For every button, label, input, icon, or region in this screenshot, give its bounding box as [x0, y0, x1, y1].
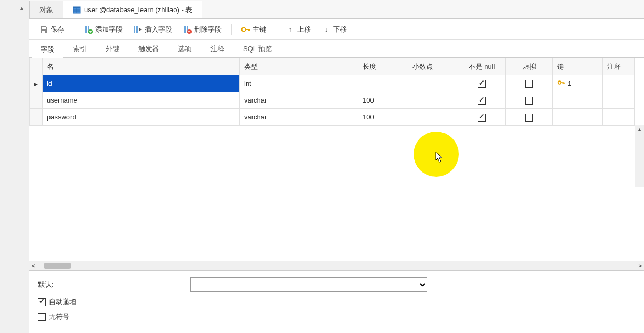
- scrollbar-thumb[interactable]: [44, 263, 71, 269]
- col-virtual-header[interactable]: 虚拟: [506, 58, 553, 75]
- main-area: 对象 user @database_learn (zhiliao) - 表 保存…: [29, 0, 644, 333]
- cell-name[interactable]: id: [43, 75, 240, 92]
- left-gutter: ▴: [0, 0, 29, 333]
- cell-virtual[interactable]: [506, 92, 553, 109]
- cell-type[interactable]: varchar: [240, 92, 358, 109]
- svg-point-19: [558, 81, 561, 84]
- field-properties-panel: 默认: 自动递增 无符号: [29, 270, 644, 333]
- vertical-scrollbar[interactable]: ▴: [635, 125, 644, 187]
- svg-rect-14: [184, 26, 185, 33]
- cell-decimals[interactable]: [408, 75, 458, 92]
- col-comment-header[interactable]: 注释: [603, 58, 635, 75]
- cell-length[interactable]: 100: [358, 92, 408, 109]
- svg-rect-11: [134, 26, 135, 33]
- cell-key[interactable]: [553, 92, 603, 109]
- notnull-checkbox[interactable]: [478, 114, 486, 122]
- primary-key-button[interactable]: 主键: [237, 23, 270, 36]
- fields-grid-wrap: 名 类型 长度 小数点 不是 null 虚拟 键 注释 idint1userna…: [29, 58, 644, 261]
- cell-type[interactable]: int: [240, 75, 358, 92]
- cell-notnull[interactable]: [458, 92, 506, 109]
- tab-comment-label: 注释: [210, 45, 224, 53]
- cell-notnull[interactable]: [458, 75, 506, 92]
- cell-name[interactable]: username: [43, 92, 240, 109]
- table-row[interactable]: passwordvarchar100: [30, 109, 635, 126]
- virtual-checkbox[interactable]: [525, 80, 533, 88]
- col-name-header[interactable]: 名: [43, 58, 240, 75]
- virtual-checkbox[interactable]: [525, 114, 533, 122]
- scroll-left-icon: <: [32, 263, 35, 269]
- add-field-icon: [84, 25, 93, 34]
- move-up-button[interactable]: ↑ 上移: [281, 23, 315, 36]
- tab-indexes[interactable]: 索引: [64, 40, 96, 57]
- cell-length[interactable]: [358, 75, 408, 92]
- save-label: 保存: [51, 25, 64, 34]
- svg-rect-8: [86, 26, 87, 33]
- cell-comment[interactable]: [603, 92, 635, 109]
- toolbar: 保存 添加字段 插入字段 删除字段 主键: [29, 19, 644, 40]
- table-row[interactable]: usernamevarchar100: [30, 92, 635, 109]
- tab-sql-preview-label: SQL 预览: [243, 45, 272, 53]
- tab-objects[interactable]: 对象: [29, 1, 63, 18]
- row-indicator: [30, 92, 43, 109]
- fields-grid[interactable]: 名 类型 长度 小数点 不是 null 虚拟 键 注释 idint1userna…: [29, 58, 635, 126]
- delete-field-label: 删除字段: [194, 25, 222, 34]
- auto-increment-checkbox[interactable]: [38, 298, 46, 306]
- tab-options[interactable]: 选项: [169, 40, 200, 57]
- scroll-right-icon: >: [639, 263, 642, 269]
- col-length-header[interactable]: 长度: [358, 58, 408, 75]
- cell-key[interactable]: 1: [553, 75, 603, 92]
- cell-decimals[interactable]: [408, 92, 458, 109]
- svg-rect-5: [42, 27, 46, 29]
- move-down-label: 下移: [333, 25, 347, 34]
- tab-foreign-keys[interactable]: 外键: [97, 40, 128, 57]
- key-number: 1: [568, 79, 571, 87]
- insert-field-button[interactable]: 插入字段: [129, 23, 176, 36]
- delete-field-icon: [183, 25, 192, 34]
- cell-comment[interactable]: [603, 75, 635, 92]
- add-field-button[interactable]: 添加字段: [79, 23, 127, 36]
- col-decimals-header[interactable]: 小数点: [408, 58, 458, 75]
- move-up-label: 上移: [297, 25, 311, 34]
- notnull-checkbox[interactable]: [478, 97, 486, 105]
- tab-fields[interactable]: 字段: [32, 41, 63, 58]
- gutter-chevron-icon: ▴: [20, 4, 23, 12]
- col-notnull-header[interactable]: 不是 null: [458, 58, 506, 75]
- col-key-header[interactable]: 键: [553, 58, 603, 75]
- add-field-label: 添加字段: [95, 25, 123, 34]
- cell-notnull[interactable]: [458, 109, 506, 126]
- toolbar-separator: [276, 24, 276, 35]
- tab-table-editor[interactable]: user @database_learn (zhiliao) - 表: [63, 1, 202, 18]
- virtual-checkbox[interactable]: [525, 97, 533, 105]
- svg-rect-12: [136, 26, 137, 33]
- horizontal-scrollbar[interactable]: < >: [29, 261, 644, 270]
- cell-virtual[interactable]: [506, 109, 553, 126]
- save-button[interactable]: 保存: [35, 23, 68, 36]
- table-row[interactable]: idint1: [30, 75, 635, 92]
- svg-rect-15: [185, 26, 186, 33]
- cell-name[interactable]: password: [43, 109, 240, 126]
- move-down-button[interactable]: ↓ 下移: [317, 23, 351, 36]
- svg-rect-13: [137, 26, 138, 33]
- delete-field-button[interactable]: 删除字段: [178, 23, 226, 36]
- cell-virtual[interactable]: [506, 75, 553, 92]
- cell-comment[interactable]: [603, 109, 635, 126]
- primary-key-icon: [557, 79, 566, 88]
- arrow-down-icon: ↓: [321, 25, 331, 34]
- cell-length[interactable]: 100: [358, 109, 408, 126]
- cell-key[interactable]: [553, 109, 603, 126]
- cell-type[interactable]: varchar: [240, 109, 358, 126]
- unsigned-checkbox[interactable]: [38, 313, 46, 321]
- save-icon: [39, 25, 48, 34]
- section-tabs: 字段 索引 外键 触发器 选项 注释 SQL 预览: [29, 40, 644, 58]
- svg-rect-7: [85, 26, 86, 33]
- notnull-checkbox[interactable]: [478, 80, 486, 88]
- tab-triggers[interactable]: 触发器: [129, 40, 168, 57]
- tab-options-label: 选项: [178, 45, 192, 53]
- col-type-header[interactable]: 类型: [240, 58, 358, 75]
- cell-decimals[interactable]: [408, 109, 458, 126]
- row-header-col: [30, 58, 43, 75]
- tab-sql-preview[interactable]: SQL 预览: [234, 40, 281, 57]
- tab-objects-label: 对象: [39, 5, 53, 15]
- tab-comment[interactable]: 注释: [202, 40, 233, 57]
- default-value-select[interactable]: [190, 277, 427, 292]
